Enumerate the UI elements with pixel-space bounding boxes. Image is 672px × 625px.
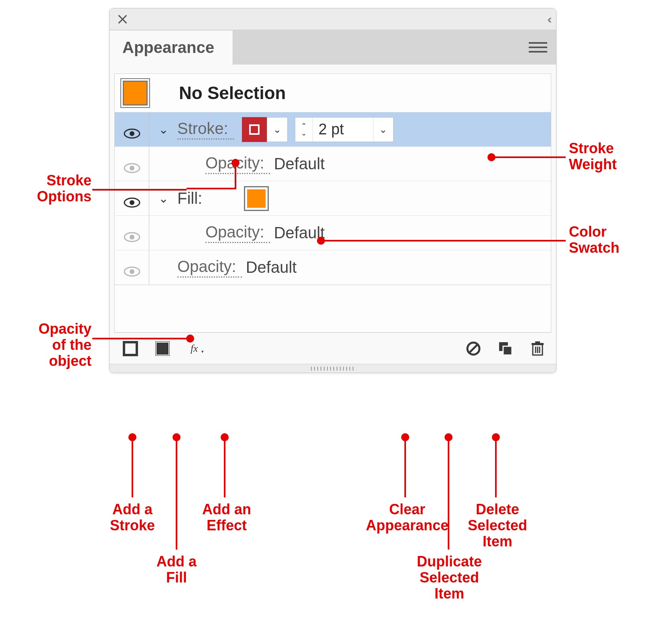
annotation-line: [187, 188, 236, 189]
stroke-label[interactable]: Stroke:: [177, 120, 234, 140]
add-stroke-button[interactable]: [122, 341, 138, 357]
fill-label: Fill:: [177, 189, 208, 207]
close-icon[interactable]: [117, 14, 128, 25]
svg-text:fx: fx: [191, 343, 198, 354]
stepper-arrows-icon[interactable]: ⌃⌄: [295, 118, 313, 142]
add-effect-button[interactable]: fx▾: [187, 341, 211, 357]
opacity-label[interactable]: Opacity:: [177, 258, 242, 278]
annotation-clear-appearance: Clear Appearance: [361, 501, 453, 534]
object-opacity-row[interactable]: Opacity: Default: [115, 250, 551, 285]
annotation-line: [92, 338, 189, 339]
opacity-value: Default: [274, 155, 331, 173]
annotation-line: [92, 189, 187, 191]
opacity-label[interactable]: Opacity:: [205, 223, 270, 243]
annotation-line: [176, 437, 177, 550]
expand-chevron-icon[interactable]: ⌄: [149, 191, 177, 205]
panel-body: No Selection ⌄ Stroke: ⌄ ⌃⌄: [114, 73, 551, 333]
annotation-line: [224, 437, 225, 497]
svg-point-1: [130, 131, 134, 136]
svg-rect-18: [503, 346, 512, 355]
annotation-delete: Delete Selected Item: [461, 501, 534, 550]
svg-line-16: [469, 345, 477, 353]
annotation-dot: [317, 237, 325, 245]
panel-footer: fx▾: [114, 333, 551, 364]
stroke-color-swatch[interactable]: [242, 117, 267, 142]
flyout-menu-icon[interactable]: [529, 42, 547, 53]
svg-rect-11: [156, 342, 169, 355]
grip-icon: [311, 367, 355, 371]
visibility-eye-icon[interactable]: [124, 124, 140, 135]
svg-text:▾: ▾: [201, 349, 204, 353]
fill-row[interactable]: ⌄ Fill:: [115, 181, 551, 216]
svg-point-3: [130, 166, 134, 170]
annotation-line: [448, 437, 449, 550]
stroke-weight-dropdown[interactable]: ⌄: [373, 118, 393, 142]
fill-color-swatch[interactable]: [244, 186, 269, 211]
stroke-row[interactable]: ⌄ Stroke: ⌄ ⌃⌄ ⌄: [115, 112, 551, 147]
visibility-eye-icon[interactable]: [124, 228, 140, 238]
appearance-panel: ‹‹ Appearance No Selection: [109, 8, 556, 373]
expand-chevron-icon[interactable]: ⌄: [149, 122, 177, 136]
stroke-color-dropdown[interactable]: ⌄: [267, 117, 288, 142]
annotation-color-swatch: Color Swatch: [569, 224, 619, 256]
svg-point-7: [130, 235, 134, 239]
annotation-line: [495, 437, 497, 497]
annotation-opacity-object: Opacity of the object: [7, 321, 91, 369]
stroke-weight-input[interactable]: [313, 121, 373, 138]
selection-header-row: No Selection: [115, 74, 551, 112]
svg-point-5: [130, 200, 134, 205]
annotation-line: [404, 437, 406, 497]
tab-bar: Appearance: [110, 30, 556, 65]
tab-appearance[interactable]: Appearance: [110, 30, 233, 65]
selection-title: No Selection: [179, 83, 286, 103]
annotation-stroke-weight: Stroke Weight: [569, 140, 617, 172]
annotation-stroke-options: Stroke Options: [7, 172, 91, 205]
fill-opacity-row[interactable]: Opacity: Default: [115, 216, 551, 250]
annotation-duplicate: Duplicate Selected Item: [405, 554, 493, 602]
selection-thumbnail-fill: [123, 81, 148, 106]
annotation-dot: [487, 153, 495, 161]
duplicate-item-button[interactable]: [497, 341, 514, 357]
annotation-dot: [186, 335, 194, 343]
clear-appearance-button[interactable]: [465, 341, 481, 357]
annotation-add-effect: Add an Effect: [197, 501, 257, 534]
annotation-add-stroke: Add a Stroke: [106, 501, 158, 534]
annotation-dot: [231, 159, 240, 167]
svg-rect-23: [532, 343, 544, 345]
panel-resize-grip[interactable]: [110, 364, 556, 373]
annotation-add-fill: Add a Fill: [150, 554, 203, 586]
empty-area: [115, 285, 551, 332]
annotation-line: [321, 240, 566, 241]
visibility-eye-icon[interactable]: [124, 159, 140, 169]
svg-rect-24: [535, 341, 540, 343]
svg-rect-10: [124, 342, 137, 355]
svg-point-9: [130, 269, 134, 274]
collapse-chevrons-icon[interactable]: ‹‹: [547, 12, 549, 26]
stroke-opacity-row[interactable]: Opacity: Default: [115, 147, 551, 181]
stroke-weight-stepper[interactable]: ⌃⌄ ⌄: [295, 117, 394, 142]
annotation-line: [132, 437, 133, 497]
delete-item-button[interactable]: [530, 341, 546, 357]
add-fill-button[interactable]: [154, 341, 171, 357]
selection-thumbnail: [120, 78, 150, 108]
panel-titlebar: ‹‹: [110, 8, 556, 30]
opacity-value: Default: [246, 258, 303, 276]
visibility-eye-icon[interactable]: [124, 262, 140, 273]
annotation-line: [491, 156, 566, 158]
visibility-eye-icon[interactable]: [124, 193, 140, 204]
